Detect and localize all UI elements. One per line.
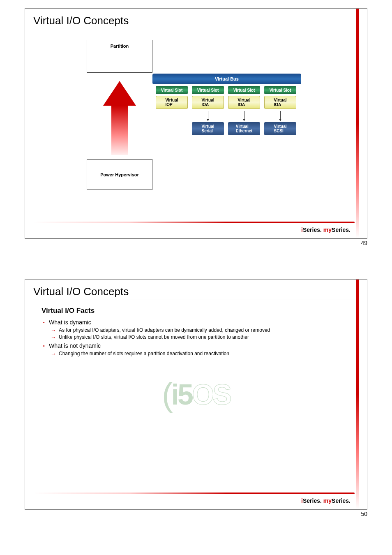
page-49: Virtual I/O Concepts Partition Power Hyp… [0, 8, 392, 246]
title-rule [33, 29, 359, 29]
page-number: 50 [25, 509, 367, 517]
up-arrow-icon [103, 81, 136, 155]
virtual-scsi: Virtual SCSI [264, 122, 296, 135]
section-heading: Virtual I/O Facts [42, 307, 350, 315]
virtual-ioa: Virtual IOA [228, 96, 260, 109]
brand-series2: Series. [332, 227, 350, 233]
ioa-row: Virtual IOP Virtual IOA Virtual IOA Virt… [156, 96, 296, 109]
bullet-dynamic: What is dynamic As for physical I/O adap… [49, 319, 350, 340]
title-rule [33, 300, 359, 300]
page-50: Virtual I/O Concepts Virtual I/O Facts W… [0, 279, 392, 517]
partition-box: Partition [87, 40, 152, 73]
virtual-slot: Virtual Slot [228, 86, 260, 94]
footer-brand: iSeries. mySeries. [301, 497, 350, 504]
vio-diagram: Partition Power Hypervisor Virtual Bus V… [42, 36, 350, 204]
slide-1: Virtual I/O Concepts Partition Power Hyp… [25, 8, 367, 238]
bullet-text: What is not dynamic [49, 342, 101, 349]
connector-line [244, 111, 244, 121]
virtual-ioa: Virtual IOA [192, 96, 224, 109]
footer-rule [33, 222, 355, 223]
sub-item: Unlike physical I/O slots, virtual I/O s… [59, 334, 350, 340]
brand-series: Series. [303, 497, 323, 504]
virtual-iop: Virtual IOP [156, 96, 188, 109]
slide-title: Virtual I/O Concepts [25, 9, 367, 29]
page-number-value: 49 [361, 240, 367, 246]
footer-rule [33, 493, 355, 494]
connector-line [208, 111, 208, 121]
brand-series: Series. [303, 227, 323, 233]
brand-series2: Series. [332, 497, 350, 504]
connector-line [280, 111, 281, 121]
virtual-bus: Virtual Bus [152, 74, 301, 84]
virtual-slot: Virtual Slot [156, 86, 188, 94]
page-number: 49 [25, 238, 367, 246]
virtual-slot: Virtual Slot [192, 86, 224, 94]
bullet-text: What is dynamic [49, 319, 91, 326]
brand-my: my [323, 497, 332, 504]
slide2-body: Virtual I/O Facts What is dynamic As for… [25, 303, 367, 479]
sub-item: As for physical I/O adapters, virtual I/… [59, 327, 350, 333]
page-number-value: 50 [361, 511, 367, 517]
virtual-serial: Virtual Serial [192, 122, 224, 135]
virtual-ioa: Virtual IOA [264, 96, 296, 109]
virtual-ethernet: Virtual Ethernet [228, 122, 260, 135]
sub-item: Changing the number of slots requires a … [59, 351, 350, 356]
slide-2: Virtual I/O Concepts Virtual I/O Facts W… [25, 279, 367, 509]
brand-my: my [323, 227, 332, 233]
footer-brand: iSeries. mySeries. [301, 227, 350, 233]
i5os-logo: (i5OS [162, 376, 230, 414]
virtual-slot: Virtual Slot [264, 86, 296, 94]
bullet-not-dynamic: What is not dynamic Changing the number … [49, 342, 350, 356]
slot-row: Virtual Slot Virtual Slot Virtual Slot V… [156, 86, 296, 94]
fact-list: What is dynamic As for physical I/O adap… [42, 319, 350, 356]
sub-list-1: As for physical I/O adapters, virtual I/… [49, 327, 350, 340]
slide-title: Virtual I/O Concepts [25, 280, 367, 300]
device-row: Virtual Serial Virtual Ethernet Virtual … [192, 122, 296, 135]
sub-list-2: Changing the number of slots requires a … [49, 351, 350, 356]
slide1-body: Partition Power Hypervisor Virtual Bus V… [25, 32, 367, 208]
hypervisor-box: Power Hypervisor [87, 159, 152, 190]
